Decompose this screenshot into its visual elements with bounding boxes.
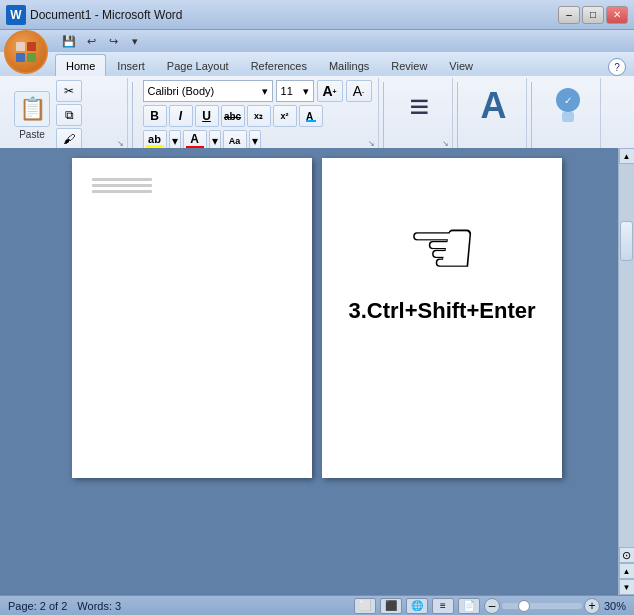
words-indicator: Words: 3 <box>77 600 121 612</box>
clipboard-secondary: ✂ ⧉ 🖌 <box>56 80 82 150</box>
select-browse-button[interactable]: ⊙ <box>619 547 635 563</box>
tab-mailings[interactable]: Mailings <box>318 54 380 76</box>
undo-button[interactable]: ↩ <box>82 32 100 50</box>
clipboard-controls: 📋 Paste ✂ ⧉ 🖌 <box>10 80 82 150</box>
editing-icon[interactable]: ✓ <box>542 80 594 132</box>
window-controls: – □ ✕ <box>558 6 628 24</box>
page-indicator: Page: 2 of 2 <box>8 600 67 612</box>
hand-pointing-icon: ☞ <box>406 208 478 288</box>
font-size-value: 11 <box>281 85 293 97</box>
save-button[interactable]: 💾 <box>60 32 78 50</box>
cut-button[interactable]: ✂ <box>56 80 82 102</box>
format-painter-button[interactable]: 🖌 <box>56 128 82 150</box>
paste-icon: 📋 <box>14 91 50 127</box>
zoom-thumb[interactable] <box>518 600 530 612</box>
web-layout-button[interactable]: 🌐 <box>406 598 428 614</box>
ribbon-tabs: Home Insert Page Layout References Maili… <box>0 52 634 76</box>
title-bar-left: W Document1 - Microsoft Word <box>6 5 183 25</box>
close-button[interactable]: ✕ <box>606 6 628 24</box>
zoom-level: 30% <box>604 600 626 612</box>
minimize-button[interactable]: – <box>558 6 580 24</box>
outline-view-button[interactable]: ≡ <box>432 598 454 614</box>
title-bar: W Document1 - Microsoft Word – □ ✕ <box>0 0 634 30</box>
font-top-row: Calibri (Body) ▾ 11 ▾ A+ A- <box>143 80 372 102</box>
shrink-font-button[interactable]: A- <box>346 80 372 102</box>
svg-text:✓: ✓ <box>564 95 572 106</box>
app-icon: W <box>6 5 26 25</box>
quick-access-toolbar: 💾 ↩ ↪ ▾ <box>0 30 634 52</box>
scroll-bottom-controls: ⊙ ▲ ▼ <box>619 547 635 595</box>
font-controls: Calibri (Body) ▾ 11 ▾ A+ A- B I U abc x₂ <box>143 80 372 152</box>
full-screen-button[interactable]: ⬛ <box>380 598 402 614</box>
scroll-up-button[interactable]: ▲ <box>619 148 635 164</box>
office-button[interactable] <box>4 30 48 74</box>
zoom-in-button[interactable]: + <box>584 598 600 614</box>
grow-font-button[interactable]: A+ <box>317 80 343 102</box>
tab-insert[interactable]: Insert <box>106 54 156 76</box>
prev-page-button[interactable]: ▲ <box>619 563 635 579</box>
tab-references[interactable]: References <box>240 54 318 76</box>
status-bar-right: ⬜ ⬛ 🌐 ≡ 📄 – + 30% <box>354 598 626 614</box>
doc-line-2 <box>92 184 152 187</box>
shortcut-label: 3.Ctrl+Shift+Enter <box>348 298 535 324</box>
status-bar: Page: 2 of 2 Words: 3 ⬜ ⬛ 🌐 ≡ 📄 – + 30% <box>0 595 634 615</box>
scroll-track[interactable] <box>619 164 634 547</box>
document-area: ☞ 3.Ctrl+Shift+Enter <box>0 148 634 595</box>
tab-page-layout[interactable]: Page Layout <box>156 54 240 76</box>
font-size-dropdown[interactable]: 11 ▾ <box>276 80 314 102</box>
scroll-thumb[interactable] <box>620 221 633 261</box>
page-left <box>72 158 312 478</box>
redo-button[interactable]: ↪ <box>104 32 122 50</box>
clear-format-button[interactable]: A <box>299 105 323 127</box>
font-name-arrow: ▾ <box>262 85 268 98</box>
font-size-arrow: ▾ <box>303 85 309 98</box>
maximize-button[interactable]: □ <box>582 6 604 24</box>
paste-label: Paste <box>19 129 45 140</box>
tab-home[interactable]: Home <box>55 54 106 76</box>
subscript-button[interactable]: x₂ <box>247 105 271 127</box>
underline-button[interactable]: U <box>195 105 219 127</box>
zoom-slider[interactable]: – + <box>484 598 600 614</box>
font-expand-icon[interactable]: ↘ <box>368 139 375 148</box>
copy-button[interactable]: ⧉ <box>56 104 82 126</box>
draft-view-button[interactable]: 📄 <box>458 598 480 614</box>
doc-line-1 <box>92 178 152 181</box>
styles-icon[interactable]: A <box>468 80 520 132</box>
help-button[interactable]: ? <box>608 58 626 76</box>
superscript-button[interactable]: x² <box>273 105 297 127</box>
office-logo <box>16 42 36 62</box>
vertical-scrollbar[interactable]: ▲ ⊙ ▲ ▼ <box>618 148 634 595</box>
paragraph-expand-icon[interactable]: ↘ <box>442 139 449 148</box>
clear-format-icon: A <box>304 109 318 123</box>
highlight-icon: ab <box>146 133 164 149</box>
bold-button[interactable]: B <box>143 105 167 127</box>
font-name-dropdown[interactable]: Calibri (Body) ▾ <box>143 80 273 102</box>
editing-svg: ✓ <box>546 84 590 128</box>
quick-access-dropdown[interactable]: ▾ <box>126 32 144 50</box>
strikethrough-button[interactable]: abc <box>221 105 245 127</box>
clipboard-expand-icon[interactable]: ↘ <box>117 139 124 148</box>
font-name-value: Calibri (Body) <box>148 85 215 97</box>
window-title: Document1 - Microsoft Word <box>30 8 183 22</box>
paragraph-icon[interactable]: ≡ <box>394 80 446 132</box>
tab-view[interactable]: View <box>438 54 484 76</box>
font-mid-row: B I U abc x₂ x² A <box>143 105 372 127</box>
zoom-out-button[interactable]: – <box>484 598 500 614</box>
italic-button[interactable]: I <box>169 105 193 127</box>
print-layout-button[interactable]: ⬜ <box>354 598 376 614</box>
tab-review[interactable]: Review <box>380 54 438 76</box>
svg-rect-3 <box>562 112 574 122</box>
zoom-track[interactable] <box>502 603 582 609</box>
next-page-button[interactable]: ▼ <box>619 579 635 595</box>
page-right: ☞ 3.Ctrl+Shift+Enter <box>322 158 562 478</box>
document-lines <box>92 178 292 193</box>
paste-button[interactable]: 📋 Paste <box>10 80 54 150</box>
doc-line-3 <box>92 190 152 193</box>
